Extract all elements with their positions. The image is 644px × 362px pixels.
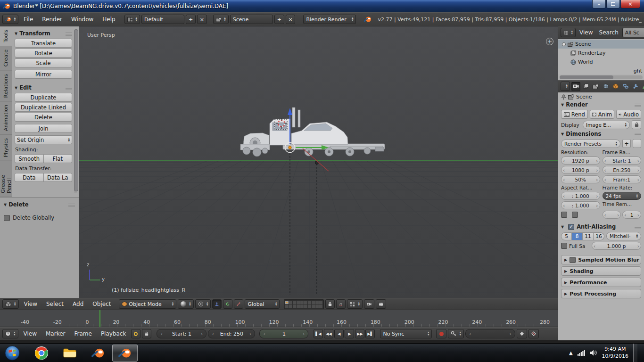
menu-timeline-view[interactable]: View	[20, 330, 41, 337]
preset-remove-button[interactable]: −	[633, 139, 641, 148]
close-button[interactable]: ×	[620, 0, 640, 8]
snap-toggle[interactable]	[336, 299, 346, 309]
resolution-x-field[interactable]: 1920 p	[561, 156, 600, 165]
properties-tab-render-layers[interactable]	[581, 82, 590, 91]
properties-tab-modifiers[interactable]	[631, 82, 640, 91]
panel-header-delete-operator[interactable]: Delete	[4, 201, 75, 208]
lock-to-scene-toggle[interactable]	[325, 299, 335, 309]
frame-start-prop-field[interactable]: Start: 1	[603, 156, 642, 165]
properties-tab-scene[interactable]	[591, 82, 600, 91]
panel-header-edit[interactable]: Edit	[15, 84, 72, 91]
panel-header-sampled-motion-blur[interactable]: Sampled Motion Blur	[561, 255, 641, 264]
manipulator-rotate-toggle[interactable]	[223, 299, 232, 309]
menu-select[interactable]: Select	[42, 301, 67, 307]
panel-header-dimensions[interactable]: Dimensions	[561, 131, 641, 137]
display-mode-select[interactable]: Image E...	[583, 121, 630, 129]
tool-shelf-scrollbar[interactable]	[74, 29, 77, 193]
panel-header-performance[interactable]: Performance	[561, 278, 641, 287]
lock-time-toggle[interactable]	[142, 329, 151, 338]
anti-aliasing-checkbox[interactable]	[568, 224, 574, 230]
aa-filter-select[interactable]: Mitchell-	[606, 232, 641, 240]
panel-header-post-processing[interactable]: Post Processing	[561, 289, 641, 298]
rotate-button[interactable]: Rotate	[15, 49, 72, 58]
aa-samples-5-button[interactable]: 5	[561, 232, 572, 240]
menu-frame[interactable]: Frame	[70, 330, 95, 337]
menu-playback[interactable]: Playback	[97, 330, 130, 337]
viewport-3d[interactable]: User Persp (1) fullsize_headlightglass_R…	[0, 26, 558, 298]
menu-help[interactable]: Help	[99, 16, 119, 23]
menu-object[interactable]: Object	[89, 301, 115, 307]
viewport-shading-select[interactable]	[178, 299, 194, 309]
aa-samples-11-button[interactable]: 11	[583, 232, 594, 240]
jump-to-end-button[interactable]: ▶▌	[365, 329, 375, 338]
active-keying-set-field[interactable]	[465, 329, 515, 338]
border-checkbox[interactable]	[561, 212, 567, 218]
truck-model[interactable]	[240, 107, 385, 156]
blender-active-taskbar-button[interactable]	[112, 345, 138, 362]
lock-interface-button[interactable]	[632, 120, 641, 129]
opengl-render-anim-button[interactable]	[376, 299, 386, 309]
current-frame-field[interactable]: 1	[259, 329, 308, 338]
explorer-taskbar-icon[interactable]	[59, 344, 80, 362]
insert-keyframe-button[interactable]	[517, 329, 527, 338]
render-presets-select[interactable]: Render Presets	[561, 140, 620, 148]
prev-keyframe-button[interactable]: ◀◀	[324, 329, 333, 338]
data-layout-transfer-button[interactable]: Data La	[44, 173, 73, 182]
minimize-button[interactable]: –	[592, 0, 606, 8]
delete-keyframe-button[interactable]	[528, 329, 539, 338]
delete-button[interactable]: Delete	[15, 113, 72, 122]
play-button[interactable]: ▶	[345, 329, 354, 338]
manipulator-translate-toggle[interactable]	[212, 299, 222, 309]
opengl-render-image-button[interactable]	[364, 299, 374, 309]
frame-rate-select[interactable]: 24 fps	[603, 192, 642, 200]
shade-smooth-button[interactable]: Smooth	[15, 154, 44, 163]
full-sample-checkbox[interactable]	[561, 243, 567, 249]
jump-to-start-button[interactable]: ▌◀	[314, 329, 323, 338]
tab-grease-pencil[interactable]: Grease Pencil	[0, 161, 12, 197]
context-breadcrumb[interactable]: Scene	[576, 94, 592, 100]
tab-relations[interactable]: Relations	[0, 71, 12, 102]
outliner-hscrollbar[interactable]	[560, 75, 643, 79]
network-icon[interactable]	[578, 350, 585, 356]
outliner-editor-type-button[interactable]	[561, 28, 576, 37]
timeline-editor-type-button[interactable]	[2, 329, 18, 338]
motion-blur-checkbox[interactable]	[570, 257, 576, 263]
maximize-button[interactable]	[606, 0, 620, 8]
panel-header-render[interactable]: Render	[561, 101, 641, 108]
render-anim-button[interactable]: Anim	[590, 110, 615, 119]
start-button[interactable]	[2, 344, 23, 362]
show-desktop-button[interactable]	[633, 344, 637, 362]
mirror-button[interactable]: Mirror	[15, 70, 72, 79]
frame-end-prop-field[interactable]: En:250	[603, 166, 642, 174]
panel-header-transform[interactable]: Transform	[15, 30, 72, 37]
frame-start-field[interactable]: Start: 1	[157, 329, 206, 338]
delete-globally-checkbox[interactable]	[4, 215, 10, 221]
render-audio-button[interactable]: Audio	[616, 110, 641, 119]
show-hidden-icons-button[interactable]: ▲	[569, 350, 573, 355]
properties-tab-render[interactable]	[571, 82, 580, 91]
translate-button[interactable]: Translate	[15, 39, 72, 48]
pin-icon[interactable]	[561, 94, 566, 100]
outliner-item-scene[interactable]: Scene	[558, 40, 644, 49]
properties-tab-data[interactable]	[641, 82, 644, 91]
tab-tools[interactable]: Tools	[0, 26, 12, 46]
outliner-item-renderlayer[interactable]: RenderLay	[558, 49, 644, 58]
next-keyframe-button[interactable]: ▶▶	[355, 329, 364, 338]
render-still-button[interactable]: Rend	[561, 110, 588, 119]
frame-end-field[interactable]: End: 250	[208, 329, 255, 338]
menu-marker[interactable]: Marker	[42, 330, 69, 337]
auto-keyframe-toggle[interactable]	[436, 329, 446, 338]
scene-browse-button[interactable]	[213, 15, 229, 24]
window-titlebar[interactable]: Blender* [D:\Games\BeamNG.drive.v0.7\con…	[0, 0, 644, 12]
join-button[interactable]: Join	[15, 124, 72, 133]
shade-flat-button[interactable]: Flat	[44, 154, 73, 163]
timeline-ruler[interactable]: -40-200204060801001201401601802002202402…	[0, 310, 558, 327]
screen-layout-browse-button[interactable]	[124, 15, 140, 24]
duplicate-linked-button[interactable]: Duplicate Linked	[15, 103, 72, 112]
snap-element-select[interactable]	[347, 299, 363, 309]
panel-header-anti-aliasing[interactable]: Anti-Aliasing	[561, 223, 641, 230]
taskbar-clock[interactable]: 9:49 AM 10/9/2016	[602, 346, 628, 360]
properties-editor-type-button[interactable]	[561, 82, 570, 91]
view3d-editor-type-button[interactable]	[2, 299, 19, 309]
time-remap-old-field[interactable]	[603, 211, 621, 219]
